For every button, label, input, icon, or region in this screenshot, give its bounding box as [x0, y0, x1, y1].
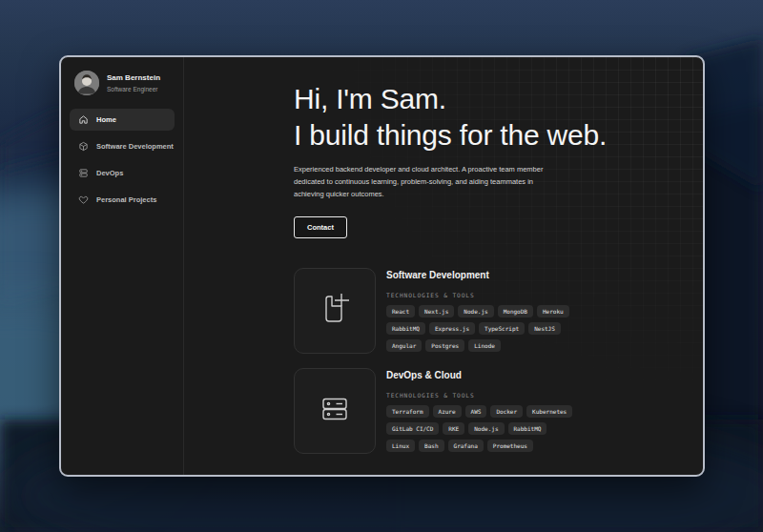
tech-chip: Prometheus: [487, 440, 533, 452]
tech-chip: Node.js: [458, 305, 493, 317]
sidebar-item-home[interactable]: Home: [70, 109, 175, 131]
chip-rows: ReactNext.jsNode.jsMongoDBHerokuRabbitMQ…: [386, 305, 569, 352]
tech-chip: Bash: [419, 440, 443, 452]
heart-icon: [78, 194, 89, 205]
tech-chip: Grafana: [448, 440, 484, 452]
server-tile-icon: [312, 386, 358, 436]
chip-row: GitLab CI/CDRKENode.jsRabbitMQ: [386, 422, 572, 435]
card-title: DevOps & Cloud: [386, 370, 572, 380]
code-tile-icon: [312, 286, 358, 336]
tech-chip: Linux: [386, 440, 415, 452]
sidebar-item-personal-projects[interactable]: Personal Projects: [70, 189, 175, 211]
profile-text: Sam Bernstein Software Engineer: [107, 73, 160, 93]
server-icon: [78, 168, 89, 178]
portfolio-window: Sam Bernstein Software Engineer HomeSoft…: [59, 55, 705, 477]
card-icon-tile: [294, 268, 376, 354]
chip-row: ReactNext.jsNode.jsMongoDBHeroku: [386, 305, 569, 317]
profile-role: Software Engineer: [107, 85, 160, 93]
tech-chip: Heroku: [537, 305, 569, 317]
chip-row: LinuxBashGrafanaPrometheus: [386, 440, 572, 452]
main-content: Hi, I'm Sam. I build things for the web.…: [184, 57, 703, 475]
profile: Sam Bernstein Software Engineer: [61, 71, 183, 95]
tech-chip: Terraform: [386, 405, 429, 418]
tech-chip: Postgres: [425, 339, 464, 352]
avatar-photo: [74, 71, 99, 95]
card-body: DevOps & CloudTECHNOLOGIES & TOOLSTerraf…: [386, 368, 572, 457]
tech-chip: RabbitMQ: [386, 322, 425, 335]
tech-chip: RabbitMQ: [508, 422, 547, 435]
card-software-development: Software DevelopmentTECHNOLOGIES & TOOLS…: [294, 268, 703, 357]
card-body: Software DevelopmentTECHNOLOGIES & TOOLS…: [386, 268, 569, 357]
hero-title: Hi, I'm Sam. I build things for the web.: [294, 81, 703, 153]
tech-chip: GitLab CI/CD: [386, 422, 439, 435]
tech-chip: RKE: [443, 422, 464, 435]
tech-chip: AWS: [465, 405, 487, 418]
sidebar-item-devops[interactable]: DevOps: [70, 162, 175, 184]
cube-icon: [78, 141, 89, 152]
card-devops-cloud: DevOps & CloudTECHNOLOGIES & TOOLSTerraf…: [294, 368, 703, 457]
chip-row: RabbitMQExpress.jsTypeScriptNestJS: [386, 322, 569, 335]
tech-chip: Kubernetes: [526, 405, 572, 418]
profile-name: Sam Bernstein: [107, 73, 160, 83]
hero-title-line1: Hi, I'm Sam.: [294, 83, 446, 114]
card-title: Software Development: [386, 270, 569, 280]
tech-chip: Next.js: [419, 305, 454, 317]
hero-title-line2: I build things for the web.: [294, 119, 607, 151]
sidebar: Sam Bernstein Software Engineer HomeSoft…: [61, 57, 184, 475]
skill-cards: Software DevelopmentTECHNOLOGIES & TOOLS…: [294, 268, 703, 457]
home-icon: [78, 114, 89, 125]
chip-rows: TerraformAzureAWSDockerKubernetesGitLab …: [386, 405, 572, 452]
tech-chip: NestJS: [528, 322, 561, 335]
chip-row: TerraformAzureAWSDockerKubernetes: [386, 405, 572, 418]
tech-tools-label: TECHNOLOGIES & TOOLS: [386, 392, 572, 399]
sidebar-item-label: Personal Projects: [96, 195, 156, 204]
tech-chip: Express.js: [429, 322, 475, 335]
sidebar-nav: HomeSoftware DevelopmentDevOpsPersonal P…: [61, 109, 183, 211]
tech-chip: Linode: [468, 339, 501, 352]
sidebar-item-label: Software Development: [96, 142, 174, 151]
card-icon-tile: [294, 368, 376, 454]
avatar: [74, 71, 99, 95]
chip-row: AngularPostgresLinode: [386, 339, 569, 352]
contact-button[interactable]: Contact: [294, 216, 347, 238]
sidebar-item-software-development[interactable]: Software Development: [70, 135, 175, 157]
hero-description: Experienced backend developer and cloud …: [294, 164, 553, 200]
tech-tools-label: TECHNOLOGIES & TOOLS: [386, 292, 569, 298]
tech-chip: MongoDB: [498, 305, 533, 317]
sidebar-item-label: Home: [96, 115, 116, 124]
tech-chip: Angular: [386, 339, 422, 352]
tech-chip: React: [386, 305, 415, 317]
tech-chip: TypeScript: [479, 322, 525, 335]
tech-chip: Node.js: [468, 422, 504, 435]
tech-chip: Azure: [433, 405, 462, 418]
sidebar-item-label: DevOps: [96, 169, 123, 177]
tech-chip: Docker: [490, 405, 523, 418]
